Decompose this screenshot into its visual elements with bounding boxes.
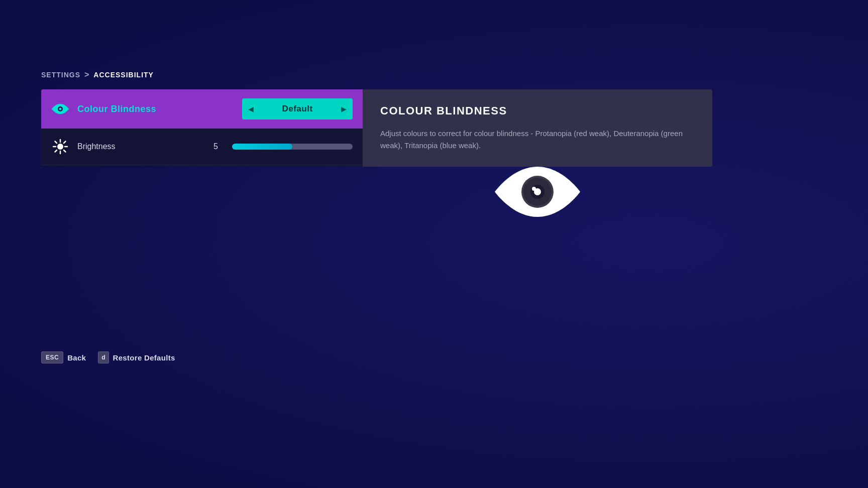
breadcrumb-current: ACCESSIBILITY <box>93 71 154 79</box>
svg-line-8 <box>64 150 66 152</box>
eye-icon <box>51 100 69 118</box>
setting-row-contrast[interactable]: Contrast 5 <box>41 165 363 167</box>
restore-defaults-button[interactable]: d Restore Defaults <box>98 351 175 363</box>
right-panel: COLOUR BLINDNESS Adjust colours to corre… <box>363 89 712 167</box>
detail-description: Adjust colours to correct for colour bli… <box>380 128 695 152</box>
svg-point-29 <box>532 187 536 191</box>
bottom-bar: ESC Back d Restore Defaults <box>41 351 175 363</box>
colour-blindness-label: Colour Blindness <box>77 104 234 114</box>
svg-line-10 <box>55 150 57 152</box>
detail-title: COLOUR BLINDNESS <box>380 104 695 117</box>
left-panel: Colour Blindness ◀ Default ▶ <box>41 89 363 167</box>
dropdown-value: Default <box>260 104 335 114</box>
svg-point-1 <box>59 108 62 110</box>
restore-key-badge: d <box>98 351 108 363</box>
detail-icon-container <box>380 162 695 222</box>
brightness-label: Brightness <box>77 142 200 151</box>
brightness-value: 5 <box>208 142 218 151</box>
colour-blindness-dropdown[interactable]: ◀ Default ▶ <box>242 98 353 119</box>
content-wrapper: Colour Blindness ◀ Default ▶ <box>41 89 712 167</box>
restore-label: Restore Defaults <box>113 353 175 362</box>
back-button[interactable]: ESC Back <box>41 351 86 363</box>
brightness-slider-fill <box>232 144 292 150</box>
svg-line-7 <box>55 142 57 144</box>
breadcrumb-settings: SETTINGS <box>41 71 80 79</box>
dropdown-arrow-left[interactable]: ◀ <box>242 105 260 113</box>
eye-icon-large <box>492 162 583 222</box>
brightness-icon <box>51 138 69 156</box>
brightness-slider[interactable] <box>232 144 353 150</box>
svg-point-2 <box>57 144 63 150</box>
back-label: Back <box>67 353 86 362</box>
breadcrumb-separator: > <box>84 70 89 79</box>
back-key-badge: ESC <box>41 351 63 363</box>
breadcrumb: SETTINGS > ACCESSIBILITY <box>41 70 154 79</box>
svg-line-9 <box>64 142 66 144</box>
dropdown-arrow-right[interactable]: ▶ <box>335 105 353 113</box>
setting-row-brightness[interactable]: Brightness 5 <box>41 129 363 165</box>
setting-row-colour-blindness[interactable]: Colour Blindness ◀ Default ▶ <box>41 89 363 129</box>
